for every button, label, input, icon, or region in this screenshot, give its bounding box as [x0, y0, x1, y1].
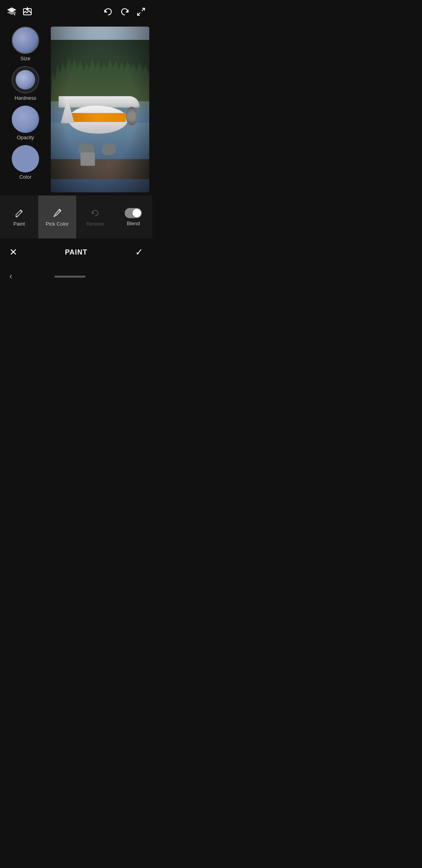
- forest-bg: [51, 27, 149, 101]
- size-circle: [12, 27, 39, 54]
- svg-point-6: [54, 215, 55, 217]
- hardness-tool[interactable]: Hardness: [12, 66, 39, 101]
- pick-color-tab-label: Pick Color: [46, 221, 69, 227]
- blend-tab-label: Blend: [127, 221, 140, 226]
- scene: [51, 27, 149, 192]
- left-panel: Size Hardness Opacity Color: [0, 23, 51, 195]
- main-area: Size Hardness Opacity Color: [0, 23, 152, 195]
- opacity-circle: [12, 106, 39, 133]
- paint-icon: [14, 208, 25, 219]
- color-label: Color: [19, 174, 31, 180]
- nav-bar: ‹: [0, 266, 152, 285]
- hardness-label: Hardness: [14, 95, 36, 101]
- svg-text:▾: ▾: [14, 13, 16, 16]
- confirm-icon: ✓: [135, 247, 143, 257]
- redo-button[interactable]: [120, 7, 130, 17]
- back-icon: ‹: [9, 271, 12, 281]
- engine: [126, 107, 138, 126]
- tool-tabs: Paint Pick Color Restore Blend: [0, 195, 152, 239]
- orange-stripe: [68, 113, 125, 122]
- float-right: [102, 143, 116, 155]
- cancel-icon: ✕: [9, 247, 17, 257]
- blend-toggle[interactable]: [125, 208, 142, 218]
- action-bar: ✕ PAINT ✓: [0, 239, 152, 266]
- toolbar-left: ▾: [6, 6, 33, 17]
- pick-color-icon: [52, 208, 63, 219]
- tab-paint[interactable]: Paint: [0, 195, 38, 239]
- blend-toggle-knob: [132, 209, 141, 217]
- size-label: Size: [20, 56, 30, 61]
- tab-restore[interactable]: Restore: [76, 195, 114, 239]
- cancel-button[interactable]: ✕: [9, 247, 17, 258]
- dock-equipment: [80, 152, 95, 166]
- confirm-button[interactable]: ✓: [135, 247, 143, 258]
- dock: [51, 159, 149, 179]
- paint-tab-label: Paint: [13, 221, 25, 227]
- back-button[interactable]: ‹: [9, 271, 12, 282]
- hardness-circle: [12, 66, 39, 93]
- import-button[interactable]: [22, 6, 33, 17]
- page-title: PAINT: [65, 248, 88, 256]
- bottom-bar: Paint Pick Color Restore Blend: [0, 195, 152, 239]
- canvas-area[interactable]: [51, 27, 149, 192]
- restore-icon: [90, 208, 101, 219]
- home-indicator[interactable]: [54, 276, 86, 278]
- size-tool[interactable]: Size: [12, 27, 39, 61]
- restore-tab-label: Restore: [86, 221, 104, 227]
- hardness-inner: [16, 70, 35, 90]
- tab-pick-color[interactable]: Pick Color: [38, 195, 77, 239]
- fullscreen-button[interactable]: [136, 7, 146, 17]
- color-tool[interactable]: Color: [12, 145, 39, 180]
- opacity-tool[interactable]: Opacity: [12, 106, 39, 140]
- layers-button[interactable]: ▾: [6, 6, 17, 17]
- seaplane: [51, 93, 149, 156]
- forest-trees: [51, 38, 149, 101]
- svg-line-4: [142, 8, 145, 11]
- color-circle: [12, 145, 39, 172]
- tab-blend[interactable]: Blend: [114, 195, 153, 239]
- svg-line-5: [138, 13, 140, 15]
- toolbar-right: [103, 7, 146, 17]
- top-toolbar: ▾: [0, 0, 152, 23]
- undo-button[interactable]: [103, 7, 113, 17]
- opacity-label: Opacity: [17, 135, 34, 140]
